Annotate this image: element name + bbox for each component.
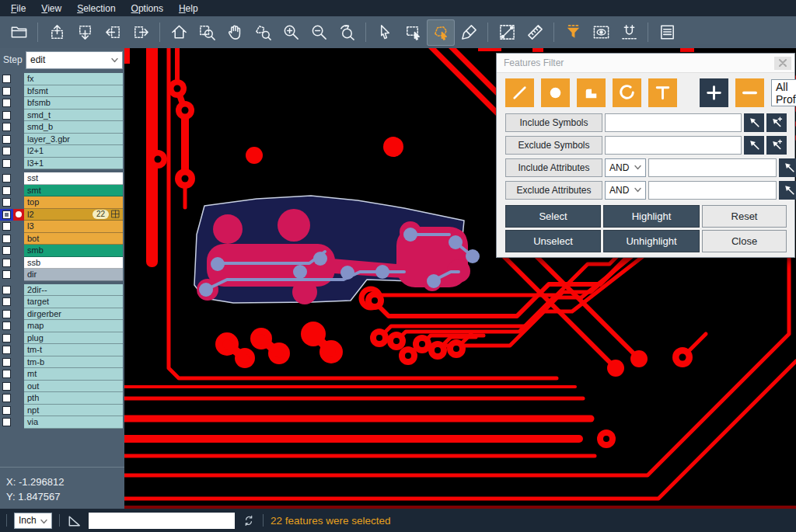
layer-active-indicator[interactable]	[13, 145, 24, 158]
clear-highlights-button[interactable]	[455, 19, 483, 46]
include-attributes-pick-button[interactable]	[779, 158, 796, 177]
layer-name-cell[interactable]: ssb	[24, 257, 123, 269]
filter-line-toggle[interactable]	[505, 78, 534, 107]
layer-active-indicator[interactable]	[13, 158, 24, 170]
layer-active-indicator[interactable]	[13, 233, 24, 245]
layer-active-indicator[interactable]	[13, 332, 24, 345]
layer-visibility-checkbox[interactable]	[0, 296, 13, 308]
dialog-close-button[interactable]	[774, 57, 791, 70]
exclude-symbols-pick-button[interactable]	[744, 136, 764, 155]
unit-select[interactable]: Inch	[14, 513, 52, 529]
exclude-attributes-pick-button[interactable]	[779, 181, 796, 200]
highlight-button[interactable]: Highlight	[603, 205, 700, 228]
layer-active-indicator[interactable]	[13, 73, 24, 85]
home-view-button[interactable]	[165, 19, 193, 46]
layer-row-layer_3.gbr[interactable]: layer_3.gbr	[0, 134, 124, 146]
layer-row-bot[interactable]: bot	[0, 233, 124, 245]
layer-active-indicator[interactable]	[13, 196, 24, 209]
exclude-symbols-button[interactable]: Exclude Symbols	[505, 136, 602, 155]
layer-row-ssb[interactable]: ssb	[0, 257, 124, 269]
layer-visibility-checkbox[interactable]	[0, 121, 13, 134]
layer-name-cell[interactable]: l222	[24, 209, 123, 221]
include-attributes-operator-select[interactable]: AND	[605, 158, 646, 177]
layer-name-cell[interactable]: dir	[24, 269, 123, 281]
layer-name-cell[interactable]: target	[24, 296, 123, 308]
layer-row-l3+1[interactable]: l3+1	[0, 158, 124, 170]
layer-name-cell[interactable]: map	[24, 320, 123, 332]
filter-surface-toggle[interactable]	[577, 78, 606, 107]
layer-visibility-checkbox[interactable]	[0, 221, 13, 233]
layer-row-plug[interactable]: plug	[0, 332, 124, 345]
layer-visibility-checkbox[interactable]	[0, 110, 13, 122]
menu-item-view[interactable]: View	[33, 2, 69, 16]
step-select[interactable]: edit	[26, 51, 123, 69]
layer-active-indicator[interactable]	[13, 245, 24, 257]
layer-name-cell[interactable]: plug	[24, 332, 123, 345]
layer-active-indicator[interactable]	[13, 121, 24, 134]
layer-active-indicator[interactable]	[13, 356, 24, 369]
layer-row-l2[interactable]: l222	[0, 209, 124, 221]
include-symbols-button[interactable]: Include Symbols	[505, 113, 602, 132]
command-input[interactable]	[89, 513, 235, 529]
layer-name-cell[interactable]: smd_b	[24, 121, 123, 134]
layer-active-indicator[interactable]	[13, 110, 24, 122]
layer-active-indicator[interactable]	[13, 221, 24, 233]
filter-text-toggle[interactable]	[648, 78, 677, 107]
filter-arc-toggle[interactable]	[613, 78, 641, 107]
filter-pad-toggle[interactable]	[541, 78, 570, 107]
select-polygon-button[interactable]	[427, 19, 455, 46]
layer-name-cell[interactable]: bot	[24, 233, 123, 245]
layer-name-cell[interactable]: dirgerber	[24, 308, 123, 321]
include-attributes-button[interactable]: Include Attributes	[505, 158, 602, 177]
layer-visibility-checkbox[interactable]	[0, 356, 13, 369]
layer-active-indicator[interactable]	[13, 320, 24, 332]
layer-name-cell[interactable]: npt	[24, 405, 123, 417]
include-symbols-pick-button[interactable]	[744, 113, 764, 132]
refresh-icon[interactable]	[242, 513, 256, 527]
layer-visibility-checkbox[interactable]	[0, 308, 13, 321]
layer-active-indicator[interactable]	[13, 172, 24, 185]
layer-row-2dir--[interactable]: 2dir--	[0, 284, 124, 297]
layer-active-indicator[interactable]	[13, 344, 24, 356]
view-options-button[interactable]	[587, 19, 615, 46]
layer-row-smd_t[interactable]: smd_t	[0, 110, 124, 122]
layer-visibility-checkbox[interactable]	[0, 73, 13, 85]
layer-row-npt[interactable]: npt	[0, 405, 124, 417]
layer-name-cell[interactable]: tm-t	[24, 344, 123, 356]
layer-active-indicator[interactable]	[13, 416, 24, 429]
layer-name-cell[interactable]: out	[24, 381, 123, 393]
layer-row-mt[interactable]: mt	[0, 368, 124, 381]
pan-hand-button[interactable]	[221, 19, 249, 46]
layer-visibility-checkbox[interactable]	[0, 392, 13, 405]
exclude-attributes-operator-select[interactable]: AND	[605, 181, 646, 200]
layer-visibility-checkbox[interactable]	[0, 158, 13, 170]
exclude-attributes-button[interactable]: Exclude Attributes	[505, 181, 602, 200]
layer-row-smd_b[interactable]: smd_b	[0, 121, 124, 134]
layer-visibility-checkbox[interactable]	[0, 320, 13, 332]
layer-active-indicator[interactable]	[13, 209, 24, 221]
menu-item-file[interactable]: File	[3, 2, 33, 16]
layer-row-dir[interactable]: dir	[0, 269, 124, 281]
layer-row-smb[interactable]: smb	[0, 245, 124, 257]
profile-select[interactable]: All Profile	[771, 79, 796, 106]
layer-row-target[interactable]: target	[0, 296, 124, 308]
layer-name-cell[interactable]: top	[24, 196, 123, 209]
layer-row-tm-t[interactable]: tm-t	[0, 344, 124, 356]
layer-visibility-checkbox[interactable]	[0, 134, 13, 146]
layer-name-cell[interactable]: pth	[24, 392, 123, 405]
unhighlight-button[interactable]: Unhighlight	[603, 230, 700, 252]
select-rectangle-button[interactable]	[399, 19, 427, 46]
layer-name-cell[interactable]: layer_3.gbr	[24, 134, 123, 146]
layer-active-indicator[interactable]	[13, 308, 24, 321]
zoom-previous-button[interactable]	[333, 19, 361, 46]
unselect-button[interactable]: Unselect	[505, 230, 601, 252]
layer-row-sst[interactable]: sst	[0, 172, 124, 185]
layer-visibility-checkbox[interactable]	[0, 185, 13, 197]
layer-row-l2+1[interactable]: l2+1	[0, 145, 124, 158]
snap-mode-button[interactable]	[615, 19, 643, 46]
layer-active-indicator[interactable]	[13, 257, 24, 269]
pan-up-button[interactable]	[43, 19, 71, 46]
layer-row-fx[interactable]: fx	[0, 73, 124, 85]
layer-active-indicator[interactable]	[13, 381, 24, 393]
layer-visibility-checkbox[interactable]	[0, 233, 13, 245]
